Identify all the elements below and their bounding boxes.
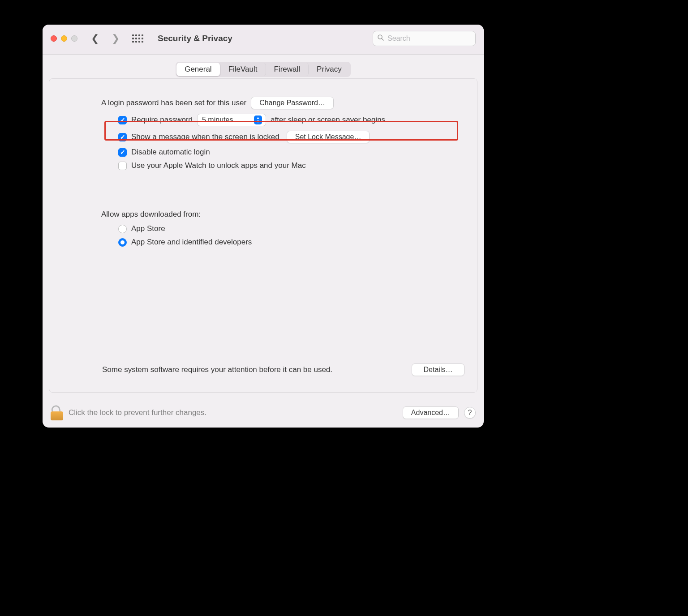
- zoom-window-button: [71, 35, 77, 42]
- window-controls: [51, 35, 77, 42]
- gatekeeper-appstore-label: App Store: [131, 224, 165, 233]
- help-button[interactable]: ?: [464, 407, 476, 419]
- minimize-window-button[interactable]: [61, 35, 67, 42]
- login-password-row: A login password has been set for this u…: [101, 97, 464, 109]
- gatekeeper-section-label: Allow apps downloaded from:: [101, 210, 464, 219]
- apple-watch-row: Use your Apple Watch to unlock apps and …: [118, 161, 464, 170]
- preferences-window: ❮ ❯ Security & Privacy General FileVault…: [43, 25, 484, 428]
- search-input[interactable]: [373, 31, 476, 46]
- tab-firewall[interactable]: Firewall: [266, 63, 309, 76]
- system-software-text: Some system software requires your atten…: [102, 365, 332, 374]
- window-title: Security & Privacy: [158, 34, 232, 43]
- details-button[interactable]: Details…: [412, 364, 464, 376]
- tab-general[interactable]: General: [176, 63, 220, 76]
- search-field-wrap: [373, 31, 476, 46]
- advanced-button[interactable]: Advanced…: [403, 406, 459, 419]
- gatekeeper-identified-radio[interactable]: [118, 238, 127, 247]
- gatekeeper-appstore-radio[interactable]: [118, 225, 127, 233]
- disable-auto-login-checkbox[interactable]: ✓: [118, 148, 127, 157]
- disable-auto-login-row: ✓ Disable automatic login: [118, 148, 464, 157]
- gatekeeper-identified-row: App Store and identified developers: [118, 238, 464, 247]
- highlight-annotation: [104, 121, 458, 141]
- close-window-button[interactable]: [51, 35, 57, 42]
- disable-auto-login-label: Disable automatic login: [131, 148, 210, 157]
- general-panel: A login password has been set for this u…: [49, 78, 477, 393]
- apple-watch-label: Use your Apple Watch to unlock apps and …: [131, 161, 306, 170]
- content-area: General FileVault Firewall Privacy A log…: [43, 55, 484, 399]
- gatekeeper-identified-label: App Store and identified developers: [131, 238, 252, 247]
- forward-button: ❯: [112, 34, 120, 43]
- apple-watch-checkbox[interactable]: [118, 162, 127, 170]
- show-all-icon[interactable]: [132, 34, 143, 43]
- change-password-button[interactable]: Change Password…: [251, 97, 334, 109]
- back-button[interactable]: ❮: [91, 34, 99, 43]
- gatekeeper-appstore-row: App Store: [118, 224, 464, 233]
- lock-icon[interactable]: [51, 405, 63, 420]
- nav-arrows: ❮ ❯: [91, 34, 120, 43]
- divider: [49, 199, 477, 199]
- system-software-row: Some system software requires your atten…: [102, 364, 464, 376]
- tab-privacy[interactable]: Privacy: [309, 63, 350, 76]
- footer: Click the lock to prevent further change…: [43, 399, 484, 428]
- lock-text: Click the lock to prevent further change…: [69, 408, 206, 417]
- toolbar: ❮ ❯ Security & Privacy: [43, 25, 484, 55]
- tab-bar: General FileVault Firewall Privacy: [176, 62, 351, 77]
- login-password-text: A login password has been set for this u…: [101, 98, 246, 107]
- tab-filevault[interactable]: FileVault: [220, 63, 266, 76]
